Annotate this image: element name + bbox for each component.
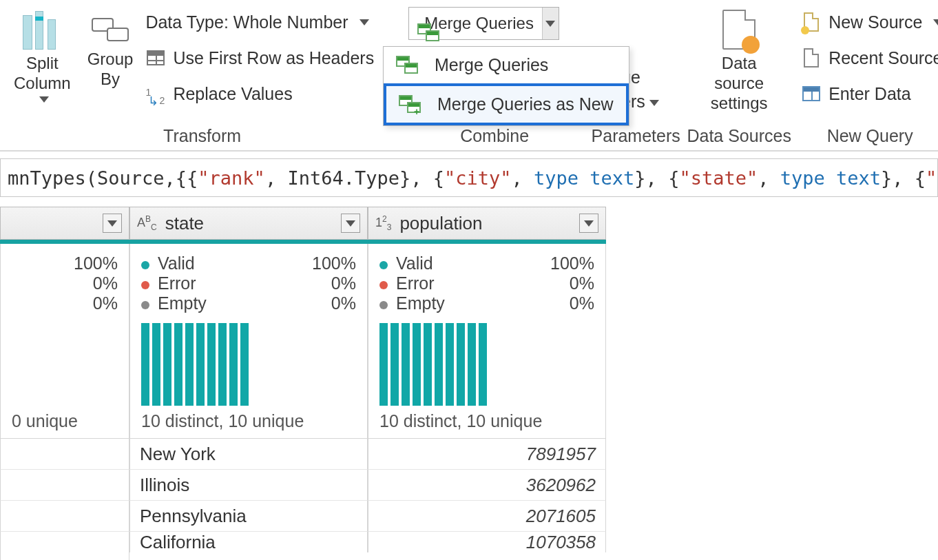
split-column-label: Split Column <box>14 54 71 94</box>
data-source-settings-icon <box>722 10 755 50</box>
column-header-partial[interactable] <box>0 207 129 240</box>
data-cell[interactable]: 2071605 <box>368 501 606 532</box>
enter-data-icon <box>801 86 822 101</box>
split-column-button[interactable]: Split Column <box>10 6 75 105</box>
column-quality-state: Valid100% Error0% Empty0% 10 distinct, 1… <box>129 244 368 439</box>
data-cell[interactable] <box>0 501 129 532</box>
chevron-down-icon <box>107 220 117 227</box>
type-text-icon: ABC <box>137 214 157 232</box>
merge-queries-splitbutton[interactable]: Merge Queries <box>408 7 559 40</box>
table-icon <box>145 50 166 65</box>
replace-values-icon: 1↳2 <box>145 85 166 103</box>
column-header-state[interactable]: ABC state <box>129 207 368 240</box>
data-cell[interactable] <box>0 470 129 501</box>
new-source-button[interactable]: New Source <box>801 6 938 39</box>
chevron-down-icon <box>359 19 369 25</box>
merge-queries-dropdown-toggle[interactable] <box>542 8 559 39</box>
group-label-newquery: New Query <box>827 126 913 146</box>
menu-item-merge-queries[interactable]: Merge Queries <box>384 47 629 83</box>
data-source-settings-button[interactable]: Data source settings <box>691 6 787 116</box>
ribbon-group-newquery: New Source Recent Sources Enter Data New… <box>794 6 938 150</box>
column-quality-partial: 100% 0% 0% 0 unique <box>0 244 129 439</box>
data-cell[interactable]: 1070358 <box>368 532 606 552</box>
data-preview-grid: 100% 0% 0% 0 unique ABC state Valid100% … <box>0 207 938 560</box>
chevron-down-icon <box>545 21 555 27</box>
group-label-transform: Transform <box>163 126 241 146</box>
data-cell[interactable]: 3620962 <box>368 470 606 501</box>
chevron-down-icon <box>649 100 659 106</box>
group-label-parameters: Parameters <box>592 126 680 146</box>
column-filter-button[interactable] <box>341 214 360 233</box>
replace-values-button[interactable]: 1↳2 Replace Values <box>145 77 395 110</box>
data-cell[interactable]: Illinois <box>129 470 368 501</box>
data-cell[interactable] <box>0 532 129 560</box>
split-column-icon <box>23 8 61 50</box>
ribbon-group-datasources: Data source settings Data Sources <box>684 6 794 150</box>
data-cell[interactable]: New York <box>129 439 368 470</box>
column-quality-population: Valid100% Error0% Empty0% 10 distinct, 1… <box>368 244 606 439</box>
group-by-icon <box>92 18 129 45</box>
column-header-population[interactable]: 123 population <box>368 207 606 240</box>
data-cell[interactable]: 7891957 <box>368 439 606 470</box>
first-row-headers-button[interactable]: Use First Row as Headers <box>145 41 395 74</box>
enter-data-button[interactable]: Enter Data <box>801 77 911 110</box>
distribution-chart <box>379 323 594 406</box>
column-state: ABC state Valid100% Error0% Empty0% 10 d… <box>129 207 368 560</box>
group-label-combine: Combine <box>460 126 529 146</box>
merge-queries-main[interactable]: Merge Queries <box>409 8 542 39</box>
chevron-down-icon <box>584 220 594 227</box>
chevron-down-icon <box>933 19 938 25</box>
merge-queries-new-icon: + <box>396 95 425 114</box>
chevron-down-icon <box>346 220 355 227</box>
column-partial: 100% 0% 0% 0 unique <box>0 207 129 560</box>
column-filter-button[interactable] <box>103 214 122 233</box>
column-filter-button[interactable] <box>579 214 598 233</box>
data-type-button[interactable]: Data Type: Whole Number <box>145 6 395 39</box>
merge-queries-menu: Merge Queries + Merge Queries as New <box>383 46 629 126</box>
type-number-icon: 123 <box>375 214 391 232</box>
distribution-chart <box>141 323 356 406</box>
ribbon-group-transform: Split Column Group By Data Type: Whole N… <box>3 6 402 150</box>
column-population: 123 population Valid100% Error0% Empty0%… <box>368 207 606 560</box>
data-cell[interactable] <box>0 439 129 470</box>
recent-sources-button[interactable]: Recent Sources <box>801 41 938 74</box>
data-cell[interactable]: California <box>129 532 368 552</box>
chevron-down-icon <box>39 96 49 103</box>
group-by-label: Group By <box>87 50 134 90</box>
merge-queries-icon <box>393 56 422 75</box>
new-source-icon <box>801 12 822 32</box>
formula-bar[interactable]: mnTypes(Source,{{"rank", Int64.Type}, {"… <box>0 158 938 197</box>
menu-item-merge-queries-as-new[interactable]: + Merge Queries as New <box>384 83 629 125</box>
group-by-button[interactable]: Group By <box>83 6 138 92</box>
recent-sources-icon <box>801 48 822 68</box>
group-label-datasources: Data Sources <box>687 126 791 146</box>
data-cell[interactable]: Pennsylvania <box>129 501 368 532</box>
